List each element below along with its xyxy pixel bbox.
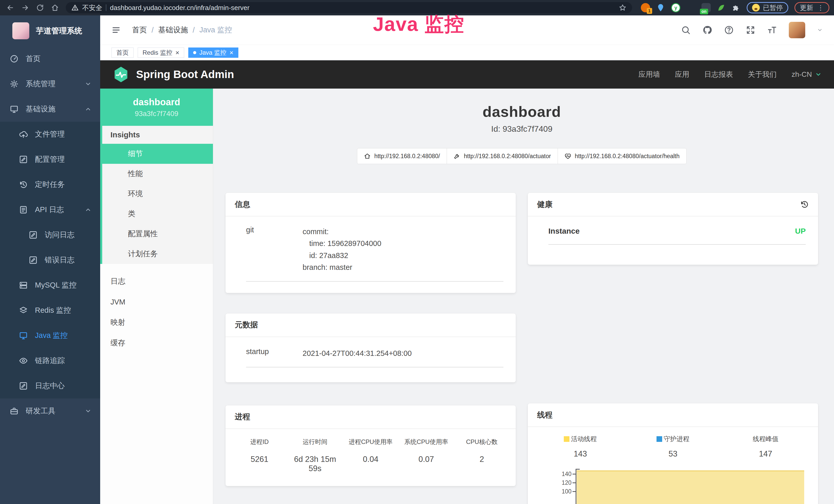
- extension-orange-icon[interactable]: 1: [641, 3, 650, 12]
- health-status-badge: UP: [795, 227, 806, 235]
- breadcrumb-home[interactable]: 首页: [132, 25, 147, 35]
- user-avatar[interactable]: [789, 22, 805, 38]
- fullscreen-icon[interactable]: [746, 25, 755, 35]
- sba-nav-applications[interactable]: 应用: [675, 70, 689, 79]
- sidebar-item-error-log[interactable]: 错误日志: [0, 248, 100, 273]
- health-url-button[interactable]: http://192.168.0.2:48080/actuator/health: [557, 148, 686, 164]
- monitor-icon: [10, 105, 19, 113]
- sba-brand[interactable]: Spring Boot Admin: [136, 68, 234, 81]
- sba-menu-caches[interactable]: 缓存: [100, 333, 213, 353]
- extension-green-icon[interactable]: y: [671, 3, 680, 12]
- sidebar-item-mysql-monitor[interactable]: MySQL 监控: [0, 273, 100, 298]
- sidebar-item-config-mgmt[interactable]: 配置管理: [0, 147, 100, 172]
- sidebar-item-api-log[interactable]: API 日志: [0, 197, 100, 222]
- info-card-title: 信息: [225, 193, 516, 216]
- github-icon[interactable]: [702, 25, 712, 35]
- address-separator: [106, 4, 106, 11]
- sba-menu-scheduled-tasks[interactable]: 计划任务: [102, 244, 213, 264]
- tabs-bar: 首页 Redis 监控 × Java 监控 ×: [100, 45, 834, 60]
- help-icon[interactable]: [724, 25, 734, 35]
- sba-nav-journal[interactable]: 日志报表: [704, 70, 733, 79]
- gear-icon: [10, 79, 19, 88]
- process-headers: 进程ID 运行时间 进程CPU使用率 系统CPU使用率 CPU核心数: [232, 438, 510, 446]
- extension-letter: y: [674, 5, 677, 11]
- browser-reload-icon[interactable]: [36, 4, 44, 12]
- page: 不安全 dashboard.yudao.iocoder.cn/infra/adm…: [0, 0, 834, 504]
- hamburger-icon[interactable]: [111, 25, 121, 35]
- metadata-value: 2021-04-27T00:44:31.254+08:00: [303, 347, 503, 359]
- process-cores-value: 2: [454, 455, 510, 473]
- active-tab-dot: [193, 51, 196, 54]
- breadcrumb-infra[interactable]: 基础设施: [158, 25, 188, 35]
- tab-close-icon[interactable]: ×: [229, 49, 234, 56]
- security-label[interactable]: 不安全: [82, 3, 102, 12]
- sba-menu-jvm[interactable]: JVM: [100, 292, 213, 312]
- sidebar-item-label: API 日志: [35, 205, 64, 215]
- browser-forward-icon[interactable]: [21, 4, 29, 12]
- sba-menu-details[interactable]: 细节: [100, 144, 213, 164]
- health-history-icon[interactable]: [800, 200, 809, 209]
- search-icon[interactable]: [681, 25, 691, 35]
- sidebar-item-home[interactable]: 首页: [0, 46, 100, 71]
- paused-pill[interactable]: 已暂停: [747, 2, 788, 13]
- breadcrumb-current: Java 监控: [199, 25, 232, 35]
- sidebar-item-file-mgmt[interactable]: 文件管理: [0, 122, 100, 147]
- sidebar-item-redis-monitor[interactable]: Redis 监控: [0, 298, 100, 323]
- sba-menu-mappings[interactable]: 映射: [100, 312, 213, 333]
- actuator-url-button[interactable]: http://192.168.0.2:48080/actuator: [447, 148, 558, 164]
- extension-leaf-icon[interactable]: [717, 3, 726, 12]
- sba-instance-header[interactable]: dashboard 93a3fc7f7409: [100, 89, 213, 126]
- sba-logo-icon[interactable]: [112, 66, 129, 83]
- tab-java-monitor[interactable]: Java 监控 ×: [188, 47, 238, 58]
- tab-label: 首页: [116, 48, 129, 57]
- url-text[interactable]: dashboard.yudao.iocoder.cn/infra/admin-s…: [110, 4, 249, 12]
- sidebar-item-infra[interactable]: 基础设施: [0, 96, 100, 122]
- sidebar-item-tracing[interactable]: 链路追踪: [0, 348, 100, 373]
- sidebar-item-label: 系统管理: [26, 79, 56, 89]
- security-warning-icon[interactable]: [71, 4, 79, 11]
- browser-home-icon[interactable]: [51, 4, 59, 12]
- navbar-actions: [681, 22, 823, 38]
- browser-back-icon[interactable]: [6, 4, 14, 12]
- metadata-row: startup 2021-04-27T00:44:31.254+08:00: [246, 347, 503, 359]
- sba-locale-select[interactable]: zh-CN: [792, 70, 822, 78]
- sidebar-item-java-monitor[interactable]: Java 监控: [0, 323, 100, 348]
- sba-nav-about[interactable]: 关于我们: [748, 70, 777, 79]
- cards-left-column: 信息 git commit: time: 1596289704000 id: 2…: [225, 193, 516, 486]
- sba-menu-environment[interactable]: 环境: [102, 184, 213, 204]
- sba-menu-config-props[interactable]: 配置属性: [102, 224, 213, 244]
- sba-instance-id: 93a3fc7f7409: [135, 110, 178, 118]
- browser-menu-icon[interactable]: ⋮: [817, 4, 824, 12]
- content-column: 首页 / 基础设施 / Java 监控 首页: [100, 16, 834, 504]
- threads-chart: 140 120 100: [550, 467, 804, 504]
- process-col-uptime: 运行时间: [287, 438, 343, 446]
- sidebar-item-dev-tools[interactable]: 研发工具: [0, 398, 100, 423]
- update-button[interactable]: 更新 ⋮: [794, 2, 829, 13]
- top-navbar: 首页 / 基础设施 / Java 监控: [100, 16, 834, 45]
- service-url-button[interactable]: http://192.168.0.2:48080/: [357, 148, 447, 164]
- history-icon: [19, 180, 28, 189]
- sidebar-item-access-log[interactable]: 访问日志: [0, 222, 100, 248]
- sidebar-item-log-center[interactable]: 日志中心: [0, 373, 100, 398]
- extensions-puzzle-icon[interactable]: [732, 3, 741, 12]
- tab-home[interactable]: 首页: [111, 47, 134, 58]
- tab-redis-monitor[interactable]: Redis 监控 ×: [138, 47, 184, 58]
- address-bar[interactable]: 不安全 dashboard.yudao.iocoder.cn/infra/adm…: [66, 2, 632, 13]
- sba-menu-logs[interactable]: 日志: [100, 271, 213, 292]
- sidebar-item-system[interactable]: 系统管理: [0, 71, 100, 96]
- tab-close-icon[interactable]: ×: [175, 49, 179, 56]
- bookmark-star-icon[interactable]: [619, 4, 627, 12]
- sba-menu-metrics[interactable]: 性能: [102, 164, 213, 184]
- sba-section-title: Insights: [102, 126, 213, 144]
- sba-nav-wallboard[interactable]: 应用墙: [639, 70, 660, 79]
- sba-menu-classes[interactable]: 类: [102, 204, 213, 224]
- font-size-icon[interactable]: [767, 25, 777, 35]
- chevron-up-icon: [85, 206, 91, 213]
- sidebar-item-label: 访问日志: [45, 230, 74, 240]
- avatar-caret-icon[interactable]: [817, 27, 823, 33]
- tab-label: Java 监控: [199, 48, 226, 57]
- extension-dark-icon[interactable]: on: [701, 3, 711, 12]
- sba-nav: 应用墙 应用 日志报表 关于我们 zh-CN: [639, 70, 822, 79]
- extension-pin-icon[interactable]: [656, 3, 665, 12]
- sidebar-item-scheduled-jobs[interactable]: 定时任务: [0, 172, 100, 197]
